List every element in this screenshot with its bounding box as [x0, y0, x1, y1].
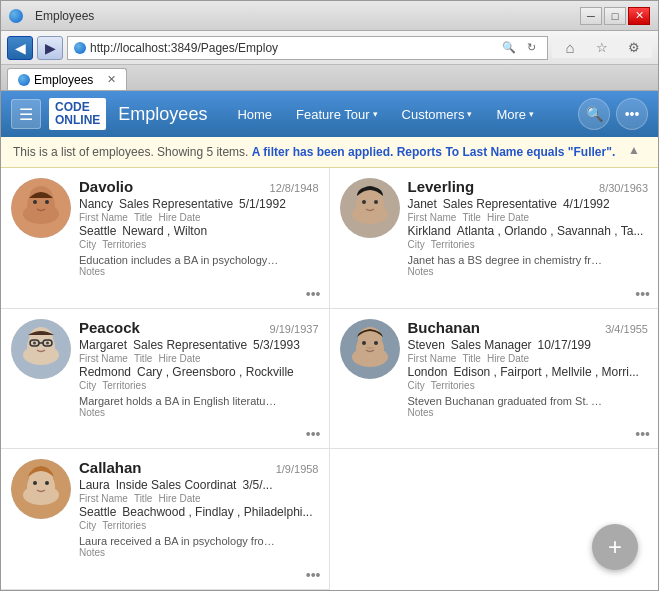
- refresh-btn[interactable]: ↻: [521, 38, 541, 58]
- filter-message: This is a list of employees. Showing 5 i…: [13, 145, 248, 159]
- employee-card[interactable]: Leverling 8/30/1963 Janet Sales Represen…: [330, 168, 659, 309]
- last-name: Buchanan: [408, 319, 481, 336]
- card-city-row: Seattle Beachwood , Findlay , Philadelph…: [79, 505, 319, 519]
- logo-text: CODE ONLINE: [55, 101, 100, 127]
- chevron-down-icon: ▾: [373, 109, 378, 119]
- card-label-row: First Name Title Hire Date: [79, 212, 319, 223]
- filter-text: This is a list of employees. Showing 5 i…: [13, 145, 628, 159]
- card-more-button[interactable]: •••: [635, 286, 650, 302]
- city-label: City: [79, 520, 96, 531]
- chevron-down-icon: ▾: [467, 109, 472, 119]
- title-bar: Employees ─ □ ✕: [1, 1, 658, 31]
- city-value: Redmond: [79, 365, 131, 379]
- title-label: Title: [462, 212, 481, 223]
- address-bar: ◀ ▶ http://localhost:3849/Pages/Employ 🔍…: [1, 31, 658, 65]
- card-more-button[interactable]: •••: [306, 286, 321, 302]
- city-label: City: [408, 380, 425, 391]
- employee-card[interactable]: Peacock 9/19/1937 Margaret Sales Represe…: [1, 309, 330, 450]
- card-info: Callahan 1/9/1958 Laura Inside Sales Coo…: [79, 459, 319, 581]
- title-label: Title: [462, 353, 481, 364]
- notes-label: Notes: [79, 266, 319, 277]
- filter-applied: A filter has been applied. Reports To La…: [252, 145, 615, 159]
- card-name-row: Margaret Sales Representative 5/3/1993: [79, 338, 319, 352]
- app-logo: CODE ONLINE: [49, 98, 106, 130]
- employee-card[interactable]: Davolio 12/8/1948 Nancy Sales Representa…: [1, 168, 330, 309]
- card-city-label-row: City Territories: [408, 239, 649, 250]
- nav-more[interactable]: More ▾: [484, 91, 546, 137]
- first-name-label: First Name: [408, 212, 457, 223]
- tab-close-btn[interactable]: ✕: [107, 73, 116, 86]
- last-name: Leverling: [408, 178, 475, 195]
- search-button[interactable]: 🔍: [578, 98, 610, 130]
- close-button[interactable]: ✕: [628, 7, 650, 25]
- hire-date-value: 4/1/1992: [563, 197, 610, 211]
- settings-btn[interactable]: ⚙: [624, 38, 644, 58]
- nav-feature-tour[interactable]: Feature Tour ▾: [284, 91, 389, 137]
- svg-point-30: [23, 485, 59, 505]
- first-name-label: First Name: [79, 493, 128, 504]
- hamburger-menu-btn[interactable]: ☰: [11, 99, 41, 129]
- card-city-row: Kirkland Atlanta , Orlando , Savannah , …: [408, 224, 649, 238]
- browser-icon: [9, 9, 23, 23]
- birth-date: 8/30/1963: [599, 182, 648, 194]
- main-nav: Home Feature Tour ▾ Customers ▾ More ▾: [225, 91, 546, 137]
- more-options-button[interactable]: •••: [616, 98, 648, 130]
- notes-label: Notes: [408, 407, 649, 418]
- card-city-row: Redmond Cary , Greensboro , Rockville: [79, 365, 319, 379]
- first-name-label: First Name: [79, 353, 128, 364]
- title-bar-left: Employees: [9, 9, 94, 23]
- favorites-btn[interactable]: ☆: [592, 38, 612, 58]
- card-more-button[interactable]: •••: [306, 567, 321, 583]
- active-tab[interactable]: Employees ✕: [7, 68, 127, 90]
- card-city-row: Seattle Neward , Wilton: [79, 224, 319, 238]
- svg-point-31: [33, 481, 37, 485]
- card-header: Callahan 1/9/1958: [79, 459, 319, 476]
- hire-date-label: Hire Date: [487, 353, 529, 364]
- scroll-up-icon[interactable]: ▲: [628, 143, 646, 161]
- title-value: Sales Representative: [133, 338, 247, 352]
- card-notes: Janet has a BS degree in chemistry from …: [408, 254, 608, 266]
- title-value: Sales Representative: [119, 197, 233, 211]
- nav-home[interactable]: Home: [225, 91, 284, 137]
- title-label: Title: [134, 353, 153, 364]
- avatar: [11, 178, 71, 238]
- search-url-btn[interactable]: 🔍: [499, 38, 519, 58]
- nav-customers[interactable]: Customers ▾: [390, 91, 485, 137]
- svg-point-32: [45, 481, 49, 485]
- city-label: City: [79, 380, 96, 391]
- svg-point-3: [23, 204, 59, 224]
- forward-button[interactable]: ▶: [37, 36, 63, 60]
- first-name-value: Laura: [79, 478, 110, 492]
- employee-card[interactable]: Callahan 1/9/1958 Laura Inside Sales Coo…: [1, 449, 330, 590]
- url-bar[interactable]: http://localhost:3849/Pages/Employ 🔍 ↻: [67, 36, 548, 60]
- back-button[interactable]: ◀: [7, 36, 33, 60]
- employee-card[interactable]: Buchanan 3/4/1955 Steven Sales Manager 1…: [330, 309, 659, 450]
- card-notes: Laura received a BA in psychology from t…: [79, 535, 279, 547]
- card-name-row: Laura Inside Sales Coordinat 3/5/...: [79, 478, 319, 492]
- card-city-label-row: City Territories: [79, 239, 319, 250]
- minimize-button[interactable]: ─: [580, 7, 602, 25]
- birth-date: 9/19/1937: [270, 323, 319, 335]
- card-notes: Margaret holds a BA in English literatur…: [79, 395, 279, 407]
- card-more-button[interactable]: •••: [635, 426, 650, 442]
- hire-date-label: Hire Date: [158, 353, 200, 364]
- add-employee-button[interactable]: +: [592, 524, 638, 570]
- card-name-row: Janet Sales Representative 4/1/1992: [408, 197, 649, 211]
- city-value: Seattle: [79, 224, 116, 238]
- title-label: Title: [134, 212, 153, 223]
- card-city-label-row: City Territories: [79, 520, 319, 531]
- birth-date: 3/4/1955: [605, 323, 648, 335]
- territories-label: Territories: [102, 380, 146, 391]
- home-btn[interactable]: ⌂: [560, 38, 580, 58]
- avatar: [11, 459, 71, 519]
- card-city-row: London Edison , Fairport , Mellvile , Mo…: [408, 365, 649, 379]
- card-more-button[interactable]: •••: [306, 426, 321, 442]
- title-label: Title: [134, 493, 153, 504]
- maximize-button[interactable]: □: [604, 7, 626, 25]
- browser-toolbar: ⌂ ☆ ⚙: [552, 38, 652, 58]
- card-header: Buchanan 3/4/1955: [408, 319, 649, 336]
- main-area: Davolio 12/8/1948 Nancy Sales Representa…: [1, 168, 658, 590]
- card-label-row: First Name Title Hire Date: [408, 212, 649, 223]
- title-value: Sales Manager: [451, 338, 532, 352]
- card-city-label-row: City Territories: [408, 380, 649, 391]
